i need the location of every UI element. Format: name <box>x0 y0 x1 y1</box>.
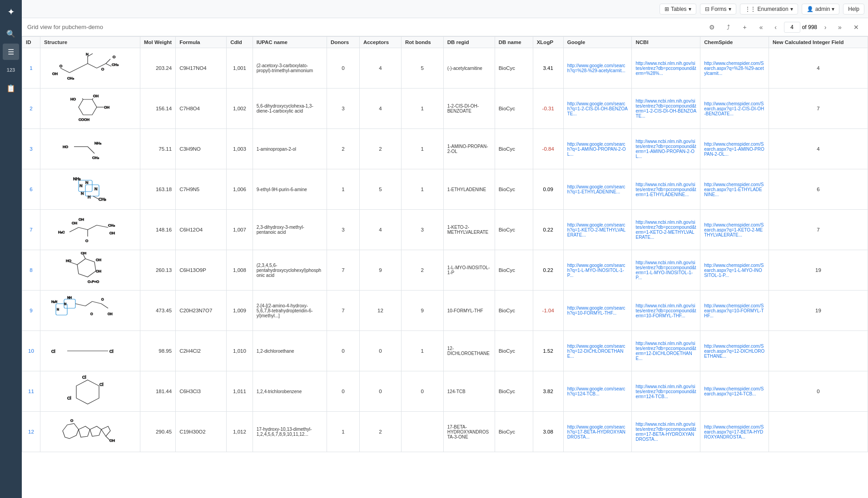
cell-chemspider[interactable]: http://www.chemspider.com/Search.aspx?q=… <box>700 129 769 169</box>
cell-db-regid: 10-FORMYL-THF <box>443 291 495 331</box>
cell-ncbi[interactable]: http://www.ncbi.nlm.nih.gov/sites/entrez… <box>632 210 700 250</box>
svg-marker-74 <box>76 380 99 404</box>
share-icon-btn[interactable]: ⤴ <box>722 21 735 34</box>
prev-page-btn[interactable]: ‹ <box>769 21 782 34</box>
cell-formula: C20H23N7O7 <box>176 291 227 331</box>
sidebar-item-list[interactable]: ☰ <box>3 44 19 60</box>
tables-button[interactable]: ⊞ Tables ▾ <box>660 4 696 15</box>
cell-cdid: 1,007 <box>227 210 253 250</box>
svg-text:N: N <box>86 52 89 56</box>
svg-text:O: O <box>113 55 115 59</box>
data-table: ID Structure Mol Weight Formula CdId IUP… <box>22 36 868 452</box>
svg-marker-79 <box>79 426 90 437</box>
cell-chemspider[interactable]: http://www.chemspider.com/Search.aspx?q=… <box>700 331 769 371</box>
cell-google[interactable]: http://www.google.com/search?q=12-DICHLO… <box>563 331 632 371</box>
table-container[interactable]: ID Structure Mol Weight Formula CdId IUP… <box>22 36 868 498</box>
total-pages: of 998 <box>802 24 817 30</box>
cell-calc-int: 19 <box>769 291 868 331</box>
cell-xlogp: 1.52 <box>533 331 563 371</box>
forms-button[interactable]: ⊟ Forms ▾ <box>700 4 736 15</box>
cell-ncbi[interactable]: http://www.ncbi.nlm.nih.gov/sites/entrez… <box>632 129 700 169</box>
help-button[interactable]: Help <box>843 4 864 15</box>
cell-mol-weight: 98.95 <box>140 331 176 371</box>
svg-text:NH: NH <box>67 296 72 299</box>
settings-icon-btn[interactable]: ⚙ <box>706 21 719 34</box>
svg-text:N: N <box>64 302 66 306</box>
cell-google[interactable]: http://www.google.com/search?q=1-AMINO-P… <box>563 129 632 169</box>
cell-ncbi[interactable]: http://www.ncbi.nlm.nih.gov/sites/entrez… <box>632 89 700 129</box>
cell-ncbi[interactable]: http://www.ncbi.nlm.nih.gov/sites/entrez… <box>632 412 700 452</box>
cell-cdid: 1,008 <box>227 250 253 291</box>
cell-iupac: 17-hydroxy-10,13-dimethyl-1,2,4,5,6,7,8,… <box>253 412 327 452</box>
cell-iupac: 9-ethyl-9H-purin-6-amine <box>253 169 327 210</box>
svg-text:OH: OH <box>93 94 99 98</box>
close-icon-btn[interactable]: ✕ <box>850 21 863 34</box>
cell-ncbi[interactable]: http://www.ncbi.nlm.nih.gov/sites/entrez… <box>632 169 700 210</box>
sidebar-logo[interactable]: ✦ <box>3 4 19 20</box>
cell-google[interactable]: http://www.google.com/search?q=1-ETHYLAD… <box>563 169 632 210</box>
svg-line-42 <box>97 225 108 227</box>
cell-id: 11 <box>22 371 40 412</box>
cell-db-regid: 124-TCB <box>443 371 495 412</box>
cell-ncbi[interactable]: http://www.ncbi.nlm.nih.gov/sites/entrez… <box>632 250 700 291</box>
sidebar-item-data[interactable]: 123 <box>3 62 19 78</box>
cell-google[interactable]: http://www.google.com/search?q=1-2-CIS-D… <box>563 89 632 129</box>
cell-donors: 0 <box>327 371 359 412</box>
molecule-structure: Cl Cl <box>42 333 133 369</box>
prev-prev-page-btn[interactable]: « <box>755 21 768 34</box>
cell-google[interactable]: http://www.google.com/search?q=1-L-MYO-I… <box>563 250 632 291</box>
cell-mol-weight: 203.24 <box>140 48 176 89</box>
cell-xlogp: 0.22 <box>533 210 563 250</box>
cell-chemspider[interactable]: http://www.chemspider.com/Search.aspx?q=… <box>700 250 769 291</box>
svg-marker-16 <box>79 99 97 115</box>
cell-ncbi[interactable]: http://www.ncbi.nlm.nih.gov/sites/entrez… <box>632 331 700 371</box>
cell-google[interactable]: http://www.google.com/search?q=%28-%29-a… <box>563 48 632 89</box>
cell-ncbi[interactable]: http://www.ncbi.nlm.nih.gov/sites/entrez… <box>632 291 700 331</box>
cell-chemspider[interactable]: http://www.chemspider.com/Search.aspx?q=… <box>700 48 769 89</box>
cell-calc-int: 6 <box>769 169 868 210</box>
cell-iupac: 1,2,4-trichlorobenzene <box>253 371 327 412</box>
help-label: Help <box>848 6 859 12</box>
cell-db-name: BioCyc <box>495 371 533 412</box>
enumeration-label: Enumeration <box>758 6 789 12</box>
svg-marker-50 <box>77 259 96 277</box>
cell-id: 12 <box>22 412 40 452</box>
cell-chemspider[interactable]: http://www.chemspider.com/Search.aspx?q=… <box>700 169 769 210</box>
cell-acceptors: 12 <box>359 291 401 331</box>
svg-text:HO: HO <box>66 259 71 263</box>
sidebar-item-clipboard[interactable]: 📋 <box>3 80 19 96</box>
cell-google[interactable]: http://www.google.com/search?q=124-TCB..… <box>563 371 632 412</box>
cell-formula: C6H3Cl3 <box>176 371 227 412</box>
cell-chemspider[interactable]: http://www.chemspider.com/Search.aspx?q=… <box>700 371 769 412</box>
next-page-btn[interactable]: › <box>819 21 832 34</box>
table-row: 11 Cl Cl Cl 181.44 C6H3Cl3 1,011 1,2,4-t… <box>22 371 868 412</box>
table-row: 8 HO OH OH OH O-P=O 260.13 C6H13O9P 1,00… <box>22 250 868 291</box>
cell-chemspider[interactable]: http://www.chemspider.com/Search.aspx?q=… <box>700 412 769 452</box>
cell-google[interactable]: http://www.google.com/search?q=10-FORMYL… <box>563 291 632 331</box>
svg-text:O: O <box>85 239 88 243</box>
cell-google[interactable]: http://www.google.com/search?q=1-KETO-2-… <box>563 210 632 250</box>
cell-chemspider[interactable]: http://www.chemspider.com/Search.aspx?q=… <box>700 210 769 250</box>
enumeration-button[interactable]: ⋮⋮ Enumeration ▾ <box>740 4 798 15</box>
table-row: 10 Cl Cl 98.95 C2H4Cl2 1,010 1,2-dichlor… <box>22 331 868 371</box>
cell-chemspider[interactable]: http://www.chemspider.com/Search.aspx?q=… <box>700 291 769 331</box>
table-icon: ⊞ <box>665 6 669 12</box>
svg-text:NH₂: NH₂ <box>94 141 101 145</box>
sidebar-item-search[interactable]: 🔍 <box>3 25 19 42</box>
svg-text:OH: OH <box>79 217 84 222</box>
table-row: 1 O O OH N O CH₃ CH₃ <box>22 48 868 89</box>
add-icon-btn[interactable]: + <box>739 21 751 34</box>
cell-xlogp: 3.82 <box>533 371 563 412</box>
page-input[interactable] <box>784 22 800 33</box>
next-next-page-btn[interactable]: » <box>833 21 846 34</box>
svg-line-63 <box>101 304 108 308</box>
cell-ncbi[interactable]: http://www.ncbi.nlm.nih.gov/sites/entrez… <box>632 48 700 89</box>
cell-chemspider[interactable]: http://www.chemspider.com/Search.aspx?q=… <box>700 89 769 129</box>
admin-button[interactable]: 👤 admin ▾ <box>802 4 840 15</box>
cell-google[interactable]: http://www.google.com/search?q=17-BETA-H… <box>563 412 632 452</box>
cell-ncbi[interactable]: http://www.ncbi.nlm.nih.gov/sites/entrez… <box>632 371 700 412</box>
cell-iupac: 2-[4-[(2-amino-4-hydroxy-5,6,7,8-tetrahy… <box>253 291 327 331</box>
cell-db-regid: 1-KETO-2-METHYLVALERATE <box>443 210 495 250</box>
cell-db-name: BioCyc <box>495 412 533 452</box>
col-calc-int: New Calculated Integer Field <box>769 37 868 48</box>
